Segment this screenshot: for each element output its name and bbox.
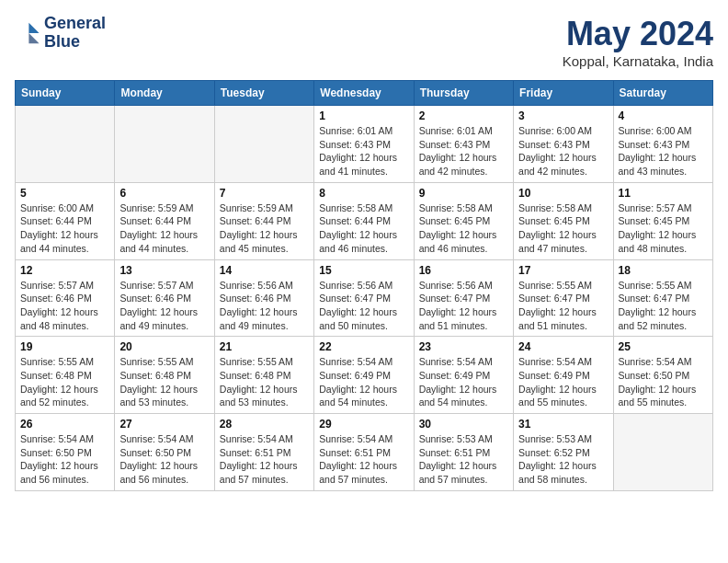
- calendar: SundayMondayTuesdayWednesdayThursdayFrid…: [15, 80, 713, 491]
- calendar-cell: 1Sunrise: 6:01 AMSunset: 6:43 PMDaylight…: [314, 106, 414, 183]
- calendar-cell: 22Sunrise: 5:54 AMSunset: 6:49 PMDayligh…: [314, 337, 414, 414]
- day-info: Sunrise: 5:54 AMSunset: 6:49 PMDaylight:…: [518, 355, 608, 409]
- day-number: 27: [119, 418, 209, 431]
- day-info: Sunrise: 6:01 AMSunset: 6:43 PMDaylight:…: [419, 124, 508, 178]
- calendar-cell: 31Sunrise: 5:53 AMSunset: 6:52 PMDayligh…: [514, 414, 613, 491]
- day-info: Sunrise: 5:59 AMSunset: 6:44 PMDaylight:…: [119, 201, 209, 256]
- calendar-cell: 7Sunrise: 5:59 AMSunset: 6:44 PMDaylight…: [214, 182, 313, 259]
- day-info: Sunrise: 5:54 AMSunset: 6:50 PMDaylight:…: [20, 432, 109, 487]
- col-header-saturday: Saturday: [613, 81, 712, 106]
- day-number: 25: [619, 340, 708, 353]
- calendar-cell: 29Sunrise: 5:54 AMSunset: 6:51 PMDayligh…: [314, 414, 414, 491]
- day-number: 28: [220, 418, 309, 431]
- col-header-thursday: Thursday: [414, 81, 513, 106]
- day-info: Sunrise: 5:58 AMSunset: 6:45 PMDaylight:…: [419, 201, 508, 256]
- day-info: Sunrise: 6:00 AMSunset: 6:44 PMDaylight:…: [20, 201, 109, 256]
- day-number: 29: [319, 418, 408, 431]
- calendar-week-row: 12Sunrise: 5:57 AMSunset: 6:46 PMDayligh…: [16, 259, 713, 337]
- day-info: Sunrise: 5:54 AMSunset: 6:49 PMDaylight:…: [319, 355, 408, 409]
- calendar-cell: 30Sunrise: 5:53 AMSunset: 6:51 PMDayligh…: [414, 414, 513, 491]
- day-number: 3: [518, 109, 608, 122]
- day-number: 31: [518, 418, 608, 431]
- day-info: Sunrise: 5:54 AMSunset: 6:49 PMDaylight:…: [419, 355, 508, 409]
- calendar-week-row: 19Sunrise: 5:55 AMSunset: 6:48 PMDayligh…: [16, 337, 713, 414]
- day-info: Sunrise: 5:58 AMSunset: 6:45 PMDaylight:…: [518, 201, 608, 256]
- col-header-sunday: Sunday: [16, 81, 115, 106]
- calendar-cell: 26Sunrise: 5:54 AMSunset: 6:50 PMDayligh…: [16, 414, 115, 491]
- day-number: 17: [518, 264, 608, 277]
- logo-icon: [15, 20, 40, 46]
- calendar-cell: 15Sunrise: 5:56 AMSunset: 6:47 PMDayligh…: [314, 259, 414, 337]
- calendar-cell: 25Sunrise: 5:54 AMSunset: 6:50 PMDayligh…: [613, 337, 712, 414]
- calendar-cell: 11Sunrise: 5:57 AMSunset: 6:45 PMDayligh…: [613, 182, 712, 259]
- day-number: 2: [419, 109, 508, 122]
- calendar-cell: 13Sunrise: 5:57 AMSunset: 6:46 PMDayligh…: [115, 259, 214, 337]
- day-number: 18: [619, 264, 708, 277]
- calendar-cell: 14Sunrise: 5:56 AMSunset: 6:46 PMDayligh…: [214, 259, 313, 337]
- day-number: 5: [20, 187, 109, 200]
- col-header-wednesday: Wednesday: [314, 81, 414, 106]
- location: Koppal, Karnataka, India: [563, 53, 713, 69]
- calendar-cell: 12Sunrise: 5:57 AMSunset: 6:46 PMDayligh…: [16, 259, 115, 337]
- calendar-week-row: 26Sunrise: 5:54 AMSunset: 6:50 PMDayligh…: [16, 414, 713, 491]
- day-number: 7: [220, 187, 309, 200]
- calendar-cell: 20Sunrise: 5:55 AMSunset: 6:48 PMDayligh…: [115, 337, 214, 414]
- calendar-cell: 4Sunrise: 6:00 AMSunset: 6:43 PMDaylight…: [613, 106, 712, 183]
- day-number: 16: [419, 264, 508, 277]
- day-number: 15: [319, 264, 408, 277]
- calendar-cell: 19Sunrise: 5:55 AMSunset: 6:48 PMDayligh…: [16, 337, 115, 414]
- calendar-cell: [115, 106, 214, 183]
- page-header: General Blue May 2024 Koppal, Karnataka,…: [15, 15, 713, 69]
- calendar-cell: [214, 106, 313, 183]
- calendar-cell: 8Sunrise: 5:58 AMSunset: 6:44 PMDaylight…: [314, 182, 414, 259]
- day-info: Sunrise: 5:56 AMSunset: 6:46 PMDaylight:…: [220, 279, 309, 333]
- calendar-cell: 27Sunrise: 5:54 AMSunset: 6:50 PMDayligh…: [115, 414, 214, 491]
- day-number: 14: [220, 264, 309, 277]
- calendar-cell: 28Sunrise: 5:54 AMSunset: 6:51 PMDayligh…: [214, 414, 313, 491]
- day-info: Sunrise: 5:53 AMSunset: 6:52 PMDaylight:…: [518, 432, 608, 487]
- col-header-friday: Friday: [514, 81, 613, 106]
- title-block: May 2024 Koppal, Karnataka, India: [563, 15, 713, 69]
- calendar-cell: 23Sunrise: 5:54 AMSunset: 6:49 PMDayligh…: [414, 337, 513, 414]
- col-header-monday: Monday: [115, 81, 214, 106]
- day-info: Sunrise: 5:56 AMSunset: 6:47 PMDaylight:…: [419, 279, 508, 333]
- day-number: 8: [319, 187, 408, 200]
- logo: General Blue: [15, 15, 106, 52]
- day-info: Sunrise: 5:55 AMSunset: 6:48 PMDaylight:…: [20, 355, 109, 409]
- day-number: 11: [619, 187, 708, 200]
- col-header-tuesday: Tuesday: [214, 81, 313, 106]
- day-info: Sunrise: 5:55 AMSunset: 6:48 PMDaylight:…: [220, 355, 309, 409]
- day-info: Sunrise: 5:54 AMSunset: 6:50 PMDaylight:…: [119, 432, 209, 487]
- calendar-cell: 3Sunrise: 6:00 AMSunset: 6:43 PMDaylight…: [514, 106, 613, 183]
- calendar-cell: [613, 414, 712, 491]
- calendar-cell: 18Sunrise: 5:55 AMSunset: 6:47 PMDayligh…: [613, 259, 712, 337]
- calendar-cell: 5Sunrise: 6:00 AMSunset: 6:44 PMDaylight…: [16, 182, 115, 259]
- day-info: Sunrise: 5:55 AMSunset: 6:48 PMDaylight:…: [119, 355, 209, 409]
- day-number: 13: [119, 264, 209, 277]
- svg-marker-0: [28, 23, 39, 33]
- day-info: Sunrise: 5:58 AMSunset: 6:44 PMDaylight:…: [319, 201, 408, 256]
- logo-text: General Blue: [44, 15, 106, 52]
- day-info: Sunrise: 5:57 AMSunset: 6:46 PMDaylight:…: [20, 279, 109, 333]
- day-info: Sunrise: 5:57 AMSunset: 6:46 PMDaylight:…: [119, 279, 209, 333]
- day-info: Sunrise: 5:53 AMSunset: 6:51 PMDaylight:…: [419, 432, 508, 487]
- calendar-cell: 9Sunrise: 5:58 AMSunset: 6:45 PMDaylight…: [414, 182, 513, 259]
- day-info: Sunrise: 5:54 AMSunset: 6:51 PMDaylight:…: [319, 432, 408, 487]
- calendar-cell: 6Sunrise: 5:59 AMSunset: 6:44 PMDaylight…: [115, 182, 214, 259]
- day-info: Sunrise: 5:55 AMSunset: 6:47 PMDaylight:…: [518, 279, 608, 333]
- calendar-week-row: 5Sunrise: 6:00 AMSunset: 6:44 PMDaylight…: [16, 182, 713, 259]
- day-number: 9: [419, 187, 508, 200]
- day-info: Sunrise: 5:55 AMSunset: 6:47 PMDaylight:…: [619, 279, 708, 333]
- day-number: 23: [419, 340, 508, 353]
- day-number: 24: [518, 340, 608, 353]
- day-number: 20: [119, 340, 209, 353]
- calendar-week-row: 1Sunrise: 6:01 AMSunset: 6:43 PMDaylight…: [16, 106, 713, 183]
- day-number: 30: [419, 418, 508, 431]
- calendar-cell: 17Sunrise: 5:55 AMSunset: 6:47 PMDayligh…: [514, 259, 613, 337]
- day-number: 26: [20, 418, 109, 431]
- day-info: Sunrise: 6:01 AMSunset: 6:43 PMDaylight:…: [319, 124, 408, 178]
- day-number: 22: [319, 340, 408, 353]
- day-number: 10: [518, 187, 608, 200]
- day-info: Sunrise: 6:00 AMSunset: 6:43 PMDaylight:…: [619, 124, 708, 178]
- svg-marker-1: [28, 33, 39, 43]
